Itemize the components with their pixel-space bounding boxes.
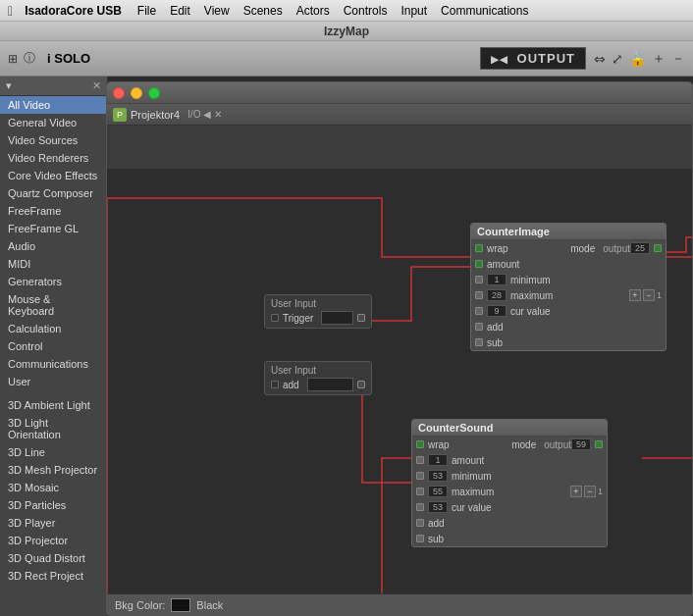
sidebar-item-core-video[interactable]: Core Video Effects [0,167,107,184]
bkg-color-swatch[interactable] [171,598,190,612]
port-cs-min[interactable] [416,472,424,480]
sidebar-item-control[interactable]: Control [0,337,107,355]
sidebar-item-calculation[interactable]: Calculation [0,320,107,337]
counter-image-node[interactable]: CounterImage wrap mode output 25 am [470,223,666,351]
menu-file[interactable]: File [137,4,156,18]
minus-btn-cs[interactable]: − [584,486,596,497]
plus-btn-ci[interactable]: + [629,289,641,301]
sidebar-item-3d-quad[interactable]: 3D Quad Distort [0,549,107,567]
port-cs-max[interactable] [416,488,424,495]
port-cs-add[interactable] [416,519,424,527]
output-button[interactable]: ▶◀ OUTPUT [480,47,586,70]
window-title: IzzyMap [324,25,369,38]
floating-window: P Projektor4 I/O ◀ ✕ [106,81,693,616]
sidebar-item-3d-projector[interactable]: 3D Projector [0,532,107,549]
sidebar-item-3d-particles[interactable]: 3D Particles [0,496,107,514]
io-button[interactable]: I/O [187,109,200,120]
menu-view[interactable]: View [204,4,230,18]
tab-close-icon[interactable]: ✕ [214,109,222,120]
sidebar-item-freeframe[interactable]: FreeFrame [0,202,107,220]
close-button[interactable] [113,87,125,99]
apple-menu[interactable]:  [8,3,13,19]
port-curval[interactable] [475,307,483,315]
solo-label[interactable]: i SOLO [47,51,90,66]
sidebar-item-communications[interactable]: Communications [0,355,107,373]
val-cs-min: 53 [428,470,448,482]
minus-btn-ci[interactable]: − [643,289,655,301]
maximize-button[interactable] [148,87,160,99]
menu-actors[interactable]: Actors [296,4,330,18]
arrows-icon[interactable]: ⇔ [594,51,606,67]
sidebar-item-mouse-keyboard[interactable]: Mouse & Keyboard [0,290,107,320]
sidebar-item-label: Quartz Composer [8,187,93,199]
user-input-2-field[interactable] [307,378,353,391]
minimize-button[interactable] [131,87,142,99]
toolbar-grid-icon[interactable]: ⊞ [8,52,18,66]
port-cs-sub[interactable] [416,535,424,542]
port-cs-wrap[interactable] [416,440,424,448]
lock-icon[interactable]: 🔒 [629,51,646,67]
sidebar-item-general-video[interactable]: General Video [0,114,107,131]
sidebar-item-3d-rect[interactable]: 3D Rect Project [0,567,107,585]
label-cs-output: output [544,439,571,450]
pm-value-ci: 1 [657,290,662,300]
user-input-1-title: User Input [271,298,365,309]
sidebar-item-quartz[interactable]: Quartz Composer [0,184,107,202]
sidebar-item-3d-ambient[interactable]: 3D Ambient Light [0,396,107,414]
port-sub-ci[interactable] [475,338,483,346]
sidebar-item-user[interactable]: User [0,373,107,390]
sidebar-toggle-icon[interactable]: ▾ [6,79,12,92]
user-input-2[interactable]: User Input add [264,361,372,395]
user-input-2-port[interactable] [271,381,279,388]
sidebar-item-freeframe-gl[interactable]: FreeFrame GL [0,220,107,237]
menu-communications[interactable]: Communications [441,4,528,18]
output-port-ci[interactable] [654,244,662,252]
node-row-add-ci: add [471,319,666,334]
sidebar-item-video-sources[interactable]: Video Sources [0,131,107,149]
sidebar-item-3d-mosaic[interactable]: 3D Mosaic [0,479,107,496]
port-maximum[interactable] [475,291,483,299]
projector-tab[interactable]: P Projektor4 I/O ◀ ✕ [107,104,692,126]
sidebar-item-audio[interactable]: Audio [0,237,107,255]
port-cs-curval[interactable] [416,503,424,511]
port-minimum[interactable] [475,276,483,283]
node-row-wrap: wrap mode output 25 [471,240,666,256]
sidebar-item-3d-player[interactable]: 3D Player [0,514,107,532]
minus-icon[interactable]: － [671,50,685,68]
app-name[interactable]: IsadoraCore USB [25,4,122,18]
counter-sound-node[interactable]: CounterSound wrap mode output 59 1 [411,419,608,547]
user-input-2-connector[interactable] [357,381,365,388]
sidebar-item-3d-line[interactable]: 3D Line [0,443,107,461]
port-amount[interactable] [475,260,483,268]
port-cs-amount[interactable] [416,456,424,464]
plus-icon[interactable]: ＋ [652,50,666,68]
user-input-1-port[interactable] [271,314,279,322]
node-row-amount: amount [471,256,666,272]
sidebar-close-icon[interactable]: ✕ [92,79,101,92]
port-wrap[interactable] [475,244,483,252]
sidebar-item-midi[interactable]: MIDI [0,255,107,273]
menu-input[interactable]: Input [400,4,427,18]
sidebar-item-label: 3D Rect Project [8,570,83,582]
sidebar-item-label: Video Sources [8,134,78,146]
port-add-ci[interactable] [475,323,483,331]
menu-controls[interactable]: Controls [344,4,388,18]
plus-btn-cs[interactable]: + [570,486,582,497]
user-input-1-field[interactable] [321,311,353,325]
menu-scenes[interactable]: Scenes [243,4,283,18]
user-input-1[interactable]: User Input Trigger [264,294,372,329]
label-add-ci: add [487,322,662,333]
sidebar-item-video-renderers[interactable]: Video Renderers [0,149,107,167]
toolbar-info-icon[interactable]: ⓘ [24,50,35,67]
output-port-cs[interactable] [595,440,603,448]
node-row-cs-curval: 53 cur value [412,499,607,515]
sidebar-item-generators[interactable]: Generators [0,273,107,290]
node-canvas[interactable]: CounterImage wrap mode output 25 am [107,169,692,615]
tab-arrow-icon[interactable]: ◀ [203,109,211,120]
user-input-1-connector[interactable] [357,314,365,322]
menu-edit[interactable]: Edit [170,4,190,18]
sidebar-item-3d-mesh[interactable]: 3D Mesh Projector [0,461,107,479]
fullscreen-icon[interactable]: ⤢ [612,51,623,67]
sidebar-item-all-video[interactable]: All Video [0,96,107,114]
sidebar-item-3d-light[interactable]: 3D Light Orientation [0,414,107,443]
